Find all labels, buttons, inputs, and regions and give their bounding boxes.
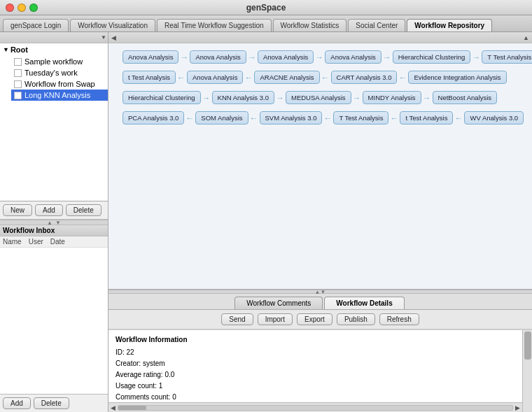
canvas-right-arrow: ▲ xyxy=(523,34,529,41)
inbox-columns: Name User Date xyxy=(0,236,108,248)
wf-node-3-5[interactable]: WV Analysis 3.0 xyxy=(464,111,524,125)
inbox-col-name: Name xyxy=(3,238,22,246)
wf-arrow-1-1: ← xyxy=(244,73,253,83)
tree-header: ▼ xyxy=(0,32,108,43)
wf-node-3-3[interactable]: T Test Analysis xyxy=(333,111,388,125)
tree-checkbox-2[interactable] xyxy=(14,80,22,88)
inbox-area: Workflow Inbox Name User Date xyxy=(0,225,108,394)
tab-workflow-comments[interactable]: Workflow Comments xyxy=(234,297,323,309)
maximize-button[interactable] xyxy=(29,3,38,12)
window-controls[interactable] xyxy=(6,3,38,12)
info-wrapper: Workflow Information ID: 22 Creator: sys… xyxy=(108,329,532,412)
wf-arrow-2-3: → xyxy=(423,93,431,103)
minimize-button[interactable] xyxy=(18,3,26,12)
tree-buttons: New Add Delete xyxy=(0,201,108,220)
info-id: ID: 22 xyxy=(115,347,518,358)
wf-node-3-1[interactable]: SOM Analysis xyxy=(195,111,248,125)
wf-node-3-4[interactable]: t Test Analysis xyxy=(400,111,453,125)
tree-label-1: Tuesday's work xyxy=(24,69,78,77)
scroll-right-icon[interactable]: ▶ xyxy=(515,404,520,411)
scroll-h-thumb[interactable] xyxy=(118,406,146,410)
wf-arrow-2-2: → xyxy=(353,93,361,103)
resize-handle[interactable]: ▲ ▼ xyxy=(0,220,108,225)
wf-node-0-2[interactable]: Anova Analysis xyxy=(258,50,314,64)
workflow-canvas[interactable]: ◀ ▲ Anova Analysis → Anova Analysis → An… xyxy=(108,32,532,290)
scroll-left-icon[interactable]: ◀ xyxy=(111,404,115,411)
tree-item-1[interactable]: Tuesday's work xyxy=(11,67,108,78)
scroll-thumb[interactable] xyxy=(524,332,531,360)
tree-root[interactable]: ▼ Root xyxy=(0,43,108,56)
export-button[interactable]: Export xyxy=(297,313,332,325)
info-title: Workflow Information xyxy=(115,334,518,346)
tree-item-3[interactable]: Long KNN Analysis xyxy=(11,90,108,101)
action-buttons: Send Import Export Publish Refresh xyxy=(108,310,532,329)
vertical-scrollbar[interactable] xyxy=(522,330,532,412)
tree-checkbox-0[interactable] xyxy=(14,58,22,66)
wf-node-0-4[interactable]: Hierarchical Clustering xyxy=(393,50,471,64)
wf-node-0-0[interactable]: Anova Analysis xyxy=(122,50,178,64)
close-button[interactable] xyxy=(6,3,14,12)
wf-node-1-4[interactable]: Evidence Integration Analysis xyxy=(408,71,506,84)
inbox-delete-button[interactable]: Delete xyxy=(34,397,69,409)
scroll-h-track[interactable] xyxy=(118,405,513,411)
tree-item-0[interactable]: Sample workflow xyxy=(11,56,108,67)
tab-stats[interactable]: Workflow Statistics xyxy=(273,19,347,31)
tree-label-3: Long KNN Analysis xyxy=(24,91,90,99)
wf-arrow-0-2: → xyxy=(315,52,323,62)
info-creator: Creator: system xyxy=(115,358,518,369)
workflow-row-1: t Test Analysis ← Anova Analysis ← ARACN… xyxy=(122,71,518,84)
publish-button[interactable]: Publish xyxy=(337,313,375,325)
tree-children: Sample workflow Tuesday's work Workflow … xyxy=(0,56,108,101)
wf-node-2-3[interactable]: MINDY Analysis xyxy=(363,91,421,104)
info-usage-count: Usage count: 1 xyxy=(115,381,518,392)
wf-node-3-2[interactable]: SVM Analysis 3.0 xyxy=(260,111,323,125)
left-panel: ▼ ▼ Root Sample workflow Tuesday's work … xyxy=(0,32,108,412)
main-layout: ▼ ▼ Root Sample workflow Tuesday's work … xyxy=(0,32,532,412)
wf-node-1-1[interactable]: Anova Analysis xyxy=(187,71,243,84)
tab-workflow-details[interactable]: Workflow Details xyxy=(324,297,404,309)
tree-add-button[interactable]: Add xyxy=(35,204,63,216)
wf-arrow-0-0: → xyxy=(180,52,188,62)
inbox-add-button[interactable]: Add xyxy=(3,397,31,409)
tree-expand-icon: ▼ xyxy=(3,46,9,53)
horizontal-scrollbar[interactable]: ◀ ▶ xyxy=(108,402,522,412)
wf-node-0-3[interactable]: Anova Analysis xyxy=(325,50,381,64)
wf-node-1-3[interactable]: CART Analysis 3.0 xyxy=(331,71,398,84)
tree-new-button[interactable]: New xyxy=(3,204,32,216)
detail-tabs: Workflow Comments Workflow Details xyxy=(108,294,532,310)
tree-item-2[interactable]: Workflow from Swap xyxy=(11,78,108,90)
wf-arrow-2-0: → xyxy=(202,93,211,103)
tree-checkbox-3[interactable] xyxy=(14,92,22,99)
tab-login[interactable]: genSpace Login xyxy=(3,19,69,31)
wf-node-3-0[interactable]: PCA Analysis 3.0 xyxy=(122,111,184,125)
workflow-row-0: Anova Analysis → Anova Analysis → Anova … xyxy=(122,50,518,64)
wf-node-2-2[interactable]: MEDUSA Analysis xyxy=(286,91,351,104)
canvas-header: ◀ ▲ xyxy=(108,32,532,43)
wf-arrow-1-2: ← xyxy=(321,73,330,83)
bottom-panel: ▲▼ Workflow Comments Workflow Details Se… xyxy=(108,290,532,412)
workflow-row-3: PCA Analysis 3.0 ← SOM Analysis ← SVM An… xyxy=(122,111,518,125)
wf-arrow-0-1: → xyxy=(248,52,256,62)
tree-checkbox-1[interactable] xyxy=(14,69,22,77)
tree-delete-button[interactable]: Delete xyxy=(66,204,102,216)
tab-bar: genSpace Login Workflow Visualization Re… xyxy=(0,15,532,32)
import-button[interactable]: Import xyxy=(258,313,293,325)
tab-social[interactable]: Social Center xyxy=(348,19,405,31)
tab-realtime[interactable]: Real Time Workflow Suggestion xyxy=(157,19,272,31)
wf-node-2-1[interactable]: KNN Analysis 3.0 xyxy=(212,91,274,104)
wf-node-0-5[interactable]: T Test Analysis xyxy=(482,50,532,64)
send-button[interactable]: Send xyxy=(221,313,253,325)
wf-arrow-2-1: → xyxy=(276,93,284,103)
wf-node-0-1[interactable]: Anova Analysis xyxy=(190,50,246,64)
tab-visualization[interactable]: Workflow Visualization xyxy=(70,19,155,31)
wf-arrow-0-3: → xyxy=(383,52,391,62)
wf-arrow-1-3: ← xyxy=(398,73,407,83)
wf-node-1-0[interactable]: t Test Analysis xyxy=(122,71,176,84)
tab-repo[interactable]: Workflow Repository xyxy=(407,19,492,31)
refresh-button[interactable]: Refresh xyxy=(379,313,419,325)
wf-node-1-2[interactable]: ARACNE Analysis xyxy=(254,71,319,84)
tree-collapse-icon[interactable]: ▼ xyxy=(101,34,106,41)
wf-node-2-4[interactable]: NetBoost Analysis xyxy=(433,91,498,104)
wf-node-2-0[interactable]: Hierarchical Clustering xyxy=(122,91,201,104)
tree-root-label: Root xyxy=(10,45,28,54)
